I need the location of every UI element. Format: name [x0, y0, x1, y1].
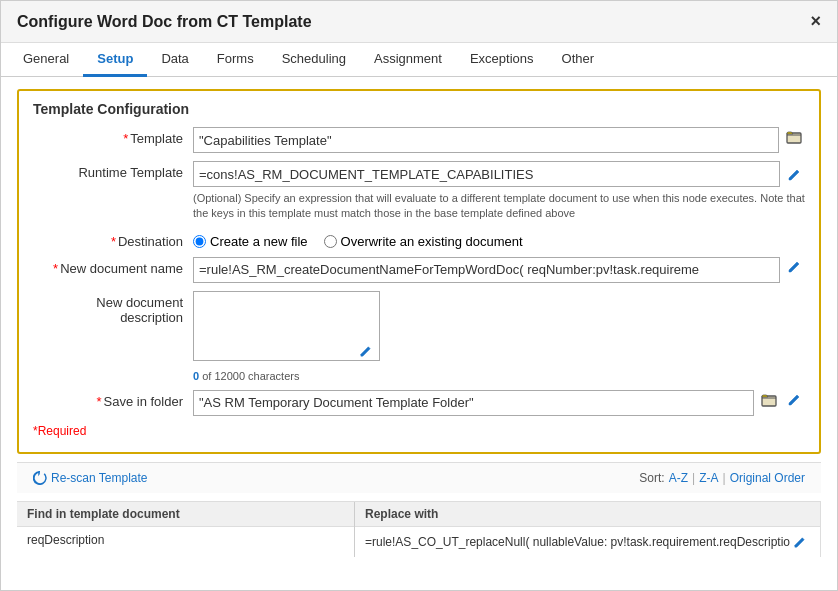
sort-za[interactable]: Z-A: [699, 471, 718, 485]
radio-overwrite-label[interactable]: Overwrite an existing document: [324, 234, 523, 249]
replace-column: Replace with =rule!AS_CO_UT_replaceNull(…: [355, 502, 821, 557]
find-value: reqDescription: [27, 533, 344, 547]
save-folder-edit-button[interactable]: [784, 390, 805, 409]
new-doc-desc-textarea[interactable]: [193, 291, 380, 361]
new-doc-name-row: *New document name: [33, 257, 805, 283]
destination-row: *Destination Create a new file Overwrite…: [33, 230, 805, 249]
save-folder-label: *Save in folder: [33, 390, 193, 409]
dialog-title: Configure Word Doc from CT Template: [17, 13, 312, 31]
tab-assignment[interactable]: Assignment: [360, 43, 456, 77]
runtime-template-edit-button[interactable]: [784, 161, 805, 187]
section-title: Template Configuration: [33, 101, 805, 117]
runtime-helper-text: (Optional) Specify an expression that wi…: [193, 191, 805, 222]
destination-label: *Destination: [33, 230, 193, 249]
template-row: *Template: [33, 127, 805, 153]
find-value-row: reqDescription: [17, 527, 354, 553]
new-doc-name-input[interactable]: [193, 257, 780, 283]
tab-data[interactable]: Data: [147, 43, 202, 77]
dialog-container: Configure Word Doc from CT Template × Ge…: [0, 0, 838, 591]
runtime-template-row: Runtime Template (Optional) Specify an e…: [33, 161, 805, 222]
save-folder-browse-button[interactable]: [758, 390, 780, 410]
save-folder-input[interactable]: [193, 390, 754, 416]
save-folder-row: *Save in folder: [33, 390, 805, 416]
replace-header: Replace with: [355, 502, 820, 527]
find-header: Find in template document: [17, 502, 354, 527]
bottom-bar: Re-scan Template Sort: A-Z | Z-A | Origi…: [17, 462, 821, 493]
template-folder-button[interactable]: [783, 127, 805, 147]
runtime-template-label: Runtime Template: [33, 161, 193, 180]
sort-az[interactable]: A-Z: [669, 471, 688, 485]
dialog-title-bar: Configure Word Doc from CT Template ×: [1, 1, 837, 43]
new-doc-name-edit-button[interactable]: [784, 257, 805, 276]
replace-value-row: =rule!AS_CO_UT_replaceNull( nullableValu…: [355, 527, 820, 557]
radio-create-label[interactable]: Create a new file: [193, 234, 308, 249]
tab-exceptions[interactable]: Exceptions: [456, 43, 548, 77]
new-doc-name-label: *New document name: [33, 257, 193, 276]
required-star-destination: *: [111, 234, 116, 249]
tab-forms[interactable]: Forms: [203, 43, 268, 77]
destination-control: Create a new file Overwrite an existing …: [193, 230, 805, 249]
new-doc-desc-label: New document description: [33, 291, 193, 325]
find-column: Find in template document reqDescription: [17, 502, 355, 557]
replace-value: =rule!AS_CO_UT_replaceNull( nullableValu…: [365, 535, 790, 549]
required-note: *Required: [33, 424, 805, 438]
close-button[interactable]: ×: [810, 11, 821, 32]
template-configuration-section: Template Configuration *Template: [17, 89, 821, 454]
required-star-docname: *: [53, 261, 58, 276]
replace-edit-button[interactable]: [790, 533, 810, 551]
radio-create[interactable]: [193, 235, 206, 248]
radio-overwrite[interactable]: [324, 235, 337, 248]
rescan-button[interactable]: Re-scan Template: [33, 471, 148, 485]
required-star-template: *: [123, 131, 128, 146]
new-doc-name-control: [193, 257, 805, 283]
runtime-template-control: (Optional) Specify an expression that wi…: [193, 161, 805, 222]
tabs-bar: General Setup Data Forms Scheduling Assi…: [1, 43, 837, 77]
template-input[interactable]: [193, 127, 779, 153]
sort-original[interactable]: Original Order: [730, 471, 805, 485]
tab-setup[interactable]: Setup: [83, 43, 147, 77]
dialog-body: Template Configuration *Template: [1, 77, 837, 590]
template-label: *Template: [33, 127, 193, 146]
required-star-folder: *: [96, 394, 101, 409]
doc-desc-edit-button[interactable]: [356, 342, 376, 360]
tab-general[interactable]: General: [9, 43, 83, 77]
destination-radio-group: Create a new file Overwrite an existing …: [193, 230, 523, 249]
doc-desc-textarea-wrap: [193, 291, 380, 364]
tab-other[interactable]: Other: [548, 43, 609, 77]
char-count-text: 0 of 12000 characters: [193, 370, 299, 382]
template-control: [193, 127, 805, 153]
tab-scheduling[interactable]: Scheduling: [268, 43, 360, 77]
new-doc-desc-control: 0 of 12000 characters: [193, 291, 805, 382]
new-doc-desc-row: New document description 0 of 12000 char…: [33, 291, 805, 382]
sort-controls: Sort: A-Z | Z-A | Original Order: [639, 471, 805, 485]
find-replace-bar: Find in template document reqDescription…: [17, 501, 821, 557]
save-folder-control: [193, 390, 805, 416]
runtime-template-input[interactable]: [193, 161, 780, 187]
